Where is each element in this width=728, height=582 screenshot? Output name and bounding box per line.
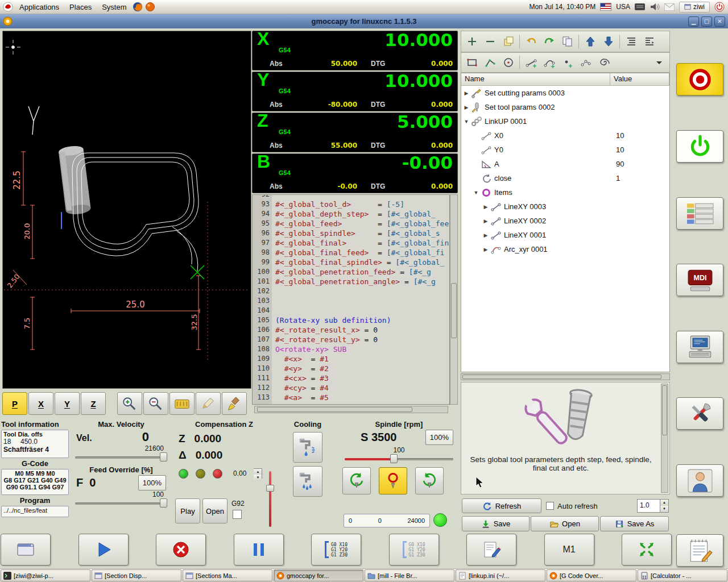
taskbar-item-linkup-ini[interactable]: [linkup.ini (~/... — [456, 569, 545, 581]
maximize-button[interactable]: ▢ — [701, 16, 712, 27]
optional-stop-button[interactable]: M1 — [544, 534, 594, 566]
circle-button[interactable] — [499, 55, 517, 71]
rect-button[interactable] — [463, 55, 481, 71]
tree-expander-icon[interactable]: ▶ — [482, 218, 490, 224]
menu-places[interactable]: Places — [65, 2, 96, 13]
comp-open-button[interactable]: Open — [202, 498, 228, 523]
comp-play-button[interactable]: Play — [175, 498, 200, 523]
pause-program-button[interactable] — [234, 534, 284, 566]
zoom-in-button[interactable] — [117, 392, 142, 415]
distro-menu-icon[interactable] — [2, 1, 14, 13]
taskbar-item-file-browser[interactable]: [mill - File Br... — [365, 569, 454, 581]
refresh-interval-spinner[interactable]: 1.0 ▲▼ — [637, 499, 669, 513]
mdi-mode-button[interactable]: MDI — [676, 264, 723, 296]
window-toggle-button[interactable] — [1, 534, 51, 566]
polyline-button[interactable] — [481, 55, 499, 71]
copy-button[interactable] — [559, 34, 576, 50]
stop-program-button[interactable] — [156, 534, 206, 566]
node-arc-button[interactable] — [540, 55, 558, 71]
comp-vertical-slider[interactable] — [266, 470, 274, 528]
dro-axis-b[interactable]: B G54 -0.00 Abs -0.00 DTG 0.000 — [252, 153, 458, 193]
move-up-button[interactable] — [581, 34, 599, 50]
tree-row[interactable]: ▶LineXY 0001 — [461, 228, 669, 242]
tree-expander-icon[interactable]: ▶ — [482, 247, 490, 252]
gcode-view[interactable]: 9293#<_global_tool_d> = [-5]94#<_global_… — [252, 194, 450, 405]
settings-button[interactable] — [676, 397, 723, 430]
refresh-interval-value[interactable]: 1.0 — [637, 499, 660, 513]
move-down-button[interactable] — [599, 34, 617, 50]
node-chain-button[interactable] — [577, 55, 594, 71]
dro-axis-y[interactable]: Y G54 10.000 Abs -80.000 DTG 0.000 — [252, 72, 458, 111]
gremlin-preview[interactable]: 22.5 20.0 2.50 7.5 25.0 32.5 — [2, 31, 251, 389]
gcode-hscrollbar[interactable] — [254, 406, 448, 413]
draw-path-button[interactable] — [196, 392, 221, 415]
keyboard-layout-flag-icon[interactable] — [600, 3, 611, 11]
taskbar-item-gmoccapy[interactable]: gmoccapy for... — [274, 569, 363, 581]
zoom-out-button[interactable] — [143, 392, 168, 415]
spindle-override-percent[interactable]: 100% — [425, 430, 453, 445]
clear-plot-button[interactable] — [222, 392, 247, 415]
edit-gcode-button[interactable] — [466, 534, 516, 566]
tree-expander-icon[interactable]: ▼ — [462, 119, 470, 124]
flood-coolant-button[interactable] — [293, 466, 322, 497]
collapse-button[interactable] — [622, 34, 640, 50]
save-as-button[interactable]: Save As — [600, 516, 669, 531]
taskbar-item-sections-manager[interactable]: [Sections Ma... — [183, 569, 272, 581]
redo-button[interactable] — [540, 34, 558, 50]
run-program-button[interactable] — [78, 534, 129, 566]
scrollbar-thumb[interactable] — [462, 375, 661, 379]
tree-column-name[interactable]: Name — [461, 73, 610, 86]
spindle-right-button[interactable] — [415, 467, 444, 494]
run-from-line-button[interactable]: G0 X10 G1 Y20 G1 Z30 — [311, 534, 361, 566]
feed-override-percent[interactable]: 100% — [138, 475, 166, 490]
max-velocity-slider[interactable] — [74, 452, 168, 462]
node-point-button[interactable] — [559, 55, 576, 71]
tree-row[interactable]: ▶LineXY 0003 — [461, 199, 669, 214]
tree-row[interactable]: ▼LinkUP 0001 — [461, 114, 669, 128]
tree-row[interactable]: ▶Set tool params 0002 — [461, 100, 669, 114]
close-button[interactable]: ✕ — [714, 16, 725, 27]
tree-hscrollbar[interactable] — [461, 373, 670, 380]
refresh-button[interactable]: Refresh — [462, 498, 541, 513]
menu-system[interactable]: System — [97, 2, 131, 13]
firefox-launcher-icon[interactable] — [132, 1, 143, 13]
view-p-button[interactable]: P — [2, 392, 27, 415]
comp-offset-spinner[interactable]: ▲▼ — [254, 468, 262, 479]
tool-dimensions-button[interactable] — [169, 392, 195, 415]
fullscreen-toggle-button[interactable] — [622, 534, 672, 566]
expand-button[interactable] — [640, 34, 658, 50]
slider-thumb[interactable] — [160, 452, 167, 462]
g92-checkbox[interactable] — [233, 510, 242, 519]
duplicate-button[interactable] — [499, 34, 517, 50]
slider-thumb[interactable] — [266, 485, 274, 492]
tree-column-value[interactable]: Value — [610, 73, 669, 86]
scrollbar-thumb[interactable] — [451, 283, 457, 339]
taskbar-item-gcode-overview[interactable]: [G Code Over... — [547, 569, 636, 581]
remove-button[interactable] — [481, 34, 499, 50]
taskbar-item-terminal[interactable]: [ziwi@ziwi-p... — [1, 569, 90, 581]
input-method-icon[interactable] — [635, 3, 645, 10]
emergency-stop-button[interactable] — [676, 63, 723, 95]
info-vscrollbar[interactable] — [661, 384, 668, 493]
spindle-left-button[interactable] — [342, 467, 371, 494]
launcher-icon[interactable] — [144, 1, 156, 13]
save-button[interactable]: Save — [462, 516, 530, 531]
tree-row[interactable]: X010 — [461, 128, 669, 143]
add-button[interactable] — [463, 34, 481, 50]
dro-axis-z[interactable]: Z G54 5.000 Abs 55.000 DTG 0.000 — [252, 113, 458, 152]
auto-refresh-checkbox[interactable] — [546, 502, 554, 510]
auto-mode-button[interactable] — [676, 331, 723, 363]
window-list-item-user[interactable]: ziwi — [679, 2, 710, 13]
user-settings-button[interactable] — [676, 464, 723, 497]
taskbar-item-section-display[interactable]: [Section Disp... — [92, 569, 181, 581]
dro-axis-x[interactable]: X G54 10.000 Abs 50.000 DTG 0.000 — [252, 31, 458, 70]
ncam-tree[interactable]: Name Value ▶Set cutting params 0003▶Set … — [461, 73, 670, 372]
tree-row[interactable]: close1 — [461, 171, 669, 185]
mail-icon[interactable] — [664, 3, 675, 11]
node-line-button[interactable] — [522, 55, 540, 71]
scrollbar-thumb[interactable] — [662, 385, 667, 435]
mist-coolant-button[interactable] — [293, 432, 322, 463]
slider-thumb[interactable] — [160, 498, 167, 508]
spinner-arrows[interactable]: ▲▼ — [660, 499, 669, 513]
tree-row[interactable]: ▶LineXY 0002 — [461, 214, 669, 228]
